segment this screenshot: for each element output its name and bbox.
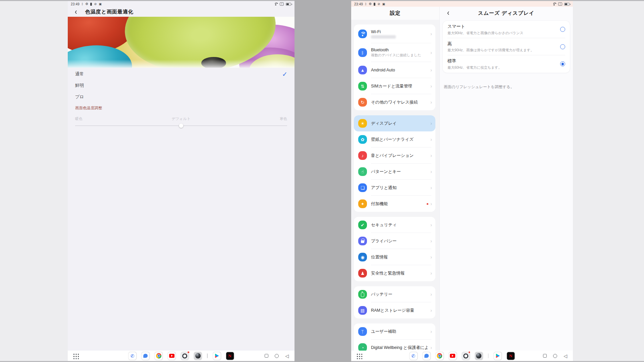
option-text: スマート最大90Hz、省電力と画像の滑らかさのバランス xyxy=(447,23,557,36)
color-temp-slider[interactable] xyxy=(75,125,287,126)
radio-button[interactable] xyxy=(560,44,565,49)
refresh-rate-options-card: スマート最大90Hz、省電力と画像の滑らかさのバランス高最大90Hz、画像は滑ら… xyxy=(442,20,570,73)
messages-app-icon[interactable] xyxy=(423,352,430,360)
color-temperature-slider-block: 暖色 デフォルト 寒色 xyxy=(75,116,287,126)
settings-item-title: その他のワイヤレス接続 xyxy=(371,100,428,105)
storage-disk-icon: ▤ xyxy=(358,306,367,315)
recents-button[interactable] xyxy=(265,354,268,358)
recents-button[interactable] xyxy=(543,354,547,358)
status-right-cluster: × xyxy=(273,2,291,6)
settings-item-apps[interactable]: ❏アプリと通知› xyxy=(354,180,435,196)
settings-card-4: バッテリー›▤RAMとストレージ容量› xyxy=(354,286,435,318)
app-drawer-grid-icon[interactable] xyxy=(356,353,362,359)
back-button[interactable]: ◁ xyxy=(285,354,289,358)
camera-lens-glyph xyxy=(476,353,481,359)
radio-button[interactable] xyxy=(560,27,565,32)
settings-item-title: ディスプレイ xyxy=(371,121,428,126)
settings-item-android-auto[interactable]: ▲Android Auto› xyxy=(354,62,435,78)
settings-item-wireless-more[interactable]: ↻その他のワイヤレス接続› xyxy=(354,94,435,110)
chevron-right-icon: › xyxy=(430,169,432,174)
phone-app-icon[interactable]: ✆ xyxy=(128,352,136,360)
settings-item-text: セキュリティ xyxy=(371,222,428,228)
chevron-right-icon: › xyxy=(430,153,432,158)
wifi-status-icon xyxy=(552,2,556,6)
chevron-right-icon: › xyxy=(430,201,432,206)
settings-item-sim-data[interactable]: ⇅SIMカードと流量管理› xyxy=(354,78,435,94)
settings-item-storage[interactable]: ▤RAMとストレージ容量› xyxy=(354,302,435,318)
speaker-icon: ♪ xyxy=(358,151,367,160)
battery-status-icon xyxy=(564,3,570,6)
settings-gear-icon xyxy=(369,2,372,6)
option-description: 最大90Hz、画像は滑らかですが消費電力が増えます。 xyxy=(447,48,557,53)
settings-item-gestures[interactable]: ☝パターンとキー› xyxy=(354,164,435,180)
play-store-app-icon[interactable] xyxy=(494,352,501,360)
settings-item-title: 壁紙とパーソナライズ xyxy=(371,137,428,142)
settings-item-title: Bluetooth xyxy=(371,48,428,52)
phone-app-icon[interactable]: ✆ xyxy=(410,352,417,360)
settings-item-accessibility[interactable]: ᛘユーザー補助› xyxy=(354,323,435,340)
settings-item-security[interactable]: ✔セキュリティ› xyxy=(354,217,435,233)
settings-item-display[interactable]: ☀ディスプレイ› xyxy=(354,115,435,131)
sync-arrows-icon: ↻ xyxy=(358,98,367,107)
display-mode-option-2[interactable]: 鮮明 xyxy=(68,80,294,91)
youtube-app-icon[interactable] xyxy=(168,352,175,360)
camera-app-icon[interactable] xyxy=(194,352,202,360)
android-auto-icon: ▲ xyxy=(358,66,367,74)
option-title: 標準 xyxy=(447,58,557,64)
chrome-app-icon[interactable] xyxy=(155,352,162,360)
back-icon[interactable]: ‹ xyxy=(75,8,77,16)
screen-color-temperature-link[interactable]: 画面色温度調整 xyxy=(75,106,287,111)
messages-app-icon[interactable] xyxy=(142,352,149,360)
settings-item-bluetooth[interactable]: ᛒBluetooth複数のデバイスに接続しました› xyxy=(354,43,435,62)
left-status-bar: 23:49 × xyxy=(68,1,294,7)
status-right-cluster: × xyxy=(552,2,570,6)
sun-icon: ☀ xyxy=(358,119,367,128)
youtube-app-icon[interactable] xyxy=(449,352,457,360)
home-button[interactable] xyxy=(553,354,557,358)
dock-divider xyxy=(488,354,489,358)
display-mode-option-3[interactable]: プロ xyxy=(68,91,294,103)
play-store-app-icon[interactable] xyxy=(213,352,221,360)
settings-groups: Wi-Fi›ᛒBluetooth複数のデバイスに接続しました›▲Android … xyxy=(351,20,439,351)
radio-button[interactable] xyxy=(560,61,565,66)
settings-item-location[interactable]: ◉位置情報› xyxy=(354,249,435,265)
settings-item-wellbeing[interactable]: ◔Digital Wellbeing と保護者による使› xyxy=(354,340,435,351)
clock-app-icon[interactable] xyxy=(462,352,470,360)
home-button[interactable] xyxy=(275,354,279,358)
refresh-rate-option-3[interactable]: 標準最大60Hz、省電力に役立ちます。 xyxy=(443,55,570,73)
settings-item-emergency[interactable]: ♟安全性と緊急情報› xyxy=(354,265,435,281)
settings-card-2: ☀ディスプレイ›✿壁紙とパーソナライズ›♪音とバイブレーション›☝パターンとキー… xyxy=(354,115,435,212)
settings-item-features[interactable]: ✦付加機能› xyxy=(354,196,435,212)
refresh-rate-option-2[interactable]: 高最大90Hz、画像は滑らかですが消費電力が増えます。 xyxy=(443,38,570,56)
palette-icon: ✿ xyxy=(358,135,367,144)
settings-item-text: プライバシー xyxy=(371,238,428,244)
camera-app-icon[interactable] xyxy=(475,352,483,360)
settings-item-wallpaper[interactable]: ✿壁紙とパーソナライズ› xyxy=(354,131,435,147)
settings-item-text: Wi-Fi xyxy=(371,29,428,39)
mode-label: 通常 xyxy=(75,71,84,77)
settings-item-title: プライバシー xyxy=(371,238,428,244)
settings-item-text: アプリと通知 xyxy=(371,185,428,191)
settings-item-battery[interactable]: バッテリー› xyxy=(354,286,435,302)
clock-app-icon[interactable] xyxy=(181,352,189,360)
check-icon: ✓ xyxy=(282,70,287,78)
option-title: 高 xyxy=(447,41,557,47)
netflix-app-icon[interactable]: N xyxy=(226,352,234,360)
chevron-right-icon: › xyxy=(430,50,432,55)
display-mode-option-1[interactable]: 通常✓ xyxy=(68,68,294,80)
play-store-glyph xyxy=(495,354,500,358)
refresh-rate-option-1[interactable]: スマート最大90Hz、省電力と画像の滑らかさのバランス xyxy=(443,21,570,38)
slider-thumb[interactable] xyxy=(179,123,183,128)
settings-item-sound[interactable]: ♪音とバイブレーション› xyxy=(354,147,435,164)
chrome-app-icon[interactable] xyxy=(436,352,443,360)
back-icon[interactable]: ‹ xyxy=(447,9,449,17)
settings-item-privacy[interactable]: プライバシー› xyxy=(354,233,435,249)
back-button[interactable]: ◁ xyxy=(564,354,567,358)
app-drawer-grid-icon[interactable] xyxy=(72,353,79,359)
netflix-app-icon[interactable]: N xyxy=(507,352,515,360)
settings-item-wifi[interactable]: Wi-Fi› xyxy=(354,24,435,43)
settings-item-title: Android Auto xyxy=(371,68,428,72)
settings-card-5: ᛘユーザー補助›◔Digital Wellbeing と保護者による使› xyxy=(354,323,435,351)
netflix-n-glyph: N xyxy=(228,353,231,359)
settings-item-text: パターンとキー xyxy=(371,169,428,175)
